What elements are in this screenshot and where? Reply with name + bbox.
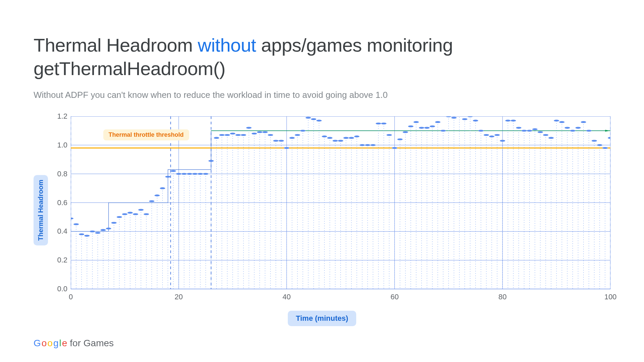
svg-point-29 bbox=[90, 231, 95, 233]
footer-text: for Games bbox=[70, 338, 114, 349]
title-accent: without bbox=[198, 35, 256, 56]
x-tick: 40 bbox=[282, 293, 290, 301]
y-axis-label: Thermal Headroom bbox=[34, 175, 48, 245]
svg-point-191 bbox=[527, 130, 532, 132]
svg-point-187 bbox=[516, 127, 521, 129]
y-tick: 1.0 bbox=[57, 141, 67, 149]
svg-point-119 bbox=[332, 140, 338, 142]
svg-point-133 bbox=[370, 144, 376, 146]
svg-point-123 bbox=[343, 137, 349, 139]
svg-point-213 bbox=[586, 130, 592, 132]
svg-point-201 bbox=[554, 120, 559, 122]
svg-point-75 bbox=[214, 137, 219, 139]
svg-point-67 bbox=[192, 173, 198, 175]
svg-point-91 bbox=[257, 131, 262, 133]
svg-point-23 bbox=[73, 223, 79, 225]
svg-point-211 bbox=[581, 121, 586, 123]
svg-point-135 bbox=[376, 123, 381, 125]
svg-point-215 bbox=[592, 140, 597, 142]
svg-point-121 bbox=[338, 140, 343, 142]
svg-point-101 bbox=[284, 147, 289, 149]
svg-point-149 bbox=[414, 121, 419, 123]
svg-point-219 bbox=[602, 147, 608, 149]
svg-point-209 bbox=[575, 127, 581, 129]
svg-point-151 bbox=[419, 127, 424, 129]
svg-point-41 bbox=[122, 213, 127, 215]
svg-point-107 bbox=[300, 130, 306, 132]
svg-point-57 bbox=[165, 176, 171, 178]
svg-point-71 bbox=[203, 173, 208, 175]
slide: Thermal Headroom without apps/games moni… bbox=[0, 0, 644, 362]
y-tick: 0.6 bbox=[57, 199, 67, 206]
svg-point-217 bbox=[597, 144, 602, 146]
svg-point-189 bbox=[522, 130, 527, 132]
svg-point-143 bbox=[397, 138, 402, 140]
svg-point-83 bbox=[235, 134, 241, 136]
svg-point-179 bbox=[494, 134, 500, 136]
x-tick: 0 bbox=[69, 293, 73, 301]
svg-point-63 bbox=[181, 173, 187, 175]
plot-area: Thermal throttle threshold 020406080100 bbox=[71, 116, 610, 304]
google-g-icon: G bbox=[34, 338, 41, 349]
svg-point-81 bbox=[230, 133, 235, 135]
svg-point-87 bbox=[246, 127, 252, 129]
slide-subtitle: Without ADPF you can't know when to redu… bbox=[34, 90, 610, 100]
chart-svg bbox=[71, 116, 610, 304]
svg-point-199 bbox=[548, 137, 554, 139]
x-axis-label: Time (minutes) bbox=[288, 311, 356, 326]
svg-point-197 bbox=[543, 134, 548, 136]
svg-point-155 bbox=[430, 125, 435, 127]
y-tick: 0.8 bbox=[57, 170, 67, 178]
svg-point-105 bbox=[295, 134, 300, 136]
svg-point-49 bbox=[144, 213, 149, 215]
svg-point-79 bbox=[225, 134, 230, 136]
y-tick: 0.2 bbox=[57, 256, 67, 264]
svg-point-167 bbox=[462, 118, 468, 120]
y-tick: 1.2 bbox=[57, 113, 67, 120]
svg-point-195 bbox=[538, 131, 543, 133]
svg-point-173 bbox=[478, 130, 484, 132]
svg-point-117 bbox=[327, 137, 332, 139]
svg-point-145 bbox=[403, 131, 408, 133]
svg-point-175 bbox=[484, 134, 489, 136]
x-axis-label-row: Time (minutes) bbox=[34, 311, 610, 326]
svg-point-45 bbox=[133, 213, 138, 215]
svg-point-137 bbox=[381, 123, 386, 125]
x-axis-ticks: 020406080100 bbox=[71, 291, 610, 304]
svg-point-159 bbox=[440, 130, 446, 132]
svg-point-129 bbox=[360, 144, 365, 146]
svg-point-203 bbox=[559, 121, 565, 123]
svg-point-125 bbox=[349, 137, 354, 139]
svg-point-73 bbox=[208, 160, 214, 162]
svg-point-59 bbox=[171, 170, 176, 172]
x-tick: 100 bbox=[604, 293, 617, 301]
svg-point-99 bbox=[278, 140, 284, 142]
svg-point-207 bbox=[570, 130, 575, 132]
svg-point-77 bbox=[219, 134, 224, 136]
y-tick: 0.0 bbox=[57, 285, 67, 293]
svg-point-113 bbox=[316, 120, 322, 122]
svg-point-35 bbox=[106, 228, 111, 230]
y-tick: 0.4 bbox=[57, 228, 67, 235]
svg-point-139 bbox=[386, 134, 392, 136]
svg-point-163 bbox=[451, 117, 457, 119]
svg-point-61 bbox=[176, 173, 181, 175]
svg-point-205 bbox=[565, 127, 570, 129]
svg-point-27 bbox=[84, 235, 90, 237]
svg-point-181 bbox=[500, 140, 505, 142]
svg-point-131 bbox=[365, 144, 370, 146]
svg-point-95 bbox=[268, 134, 273, 136]
svg-point-183 bbox=[505, 120, 511, 122]
svg-point-185 bbox=[511, 120, 516, 122]
svg-point-221 bbox=[608, 137, 610, 139]
chart: Thermal Headroom 0.00.20.40.60.81.01.2 T… bbox=[34, 116, 610, 304]
svg-point-65 bbox=[187, 173, 192, 175]
svg-point-141 bbox=[392, 147, 397, 149]
svg-point-115 bbox=[322, 135, 327, 137]
svg-point-127 bbox=[354, 135, 360, 137]
svg-point-55 bbox=[160, 187, 165, 189]
svg-point-53 bbox=[154, 194, 160, 196]
svg-point-109 bbox=[306, 117, 311, 119]
y-axis-ticks: 0.00.20.40.60.81.01.2 bbox=[51, 116, 71, 304]
title-pre: Thermal Headroom bbox=[34, 35, 198, 56]
